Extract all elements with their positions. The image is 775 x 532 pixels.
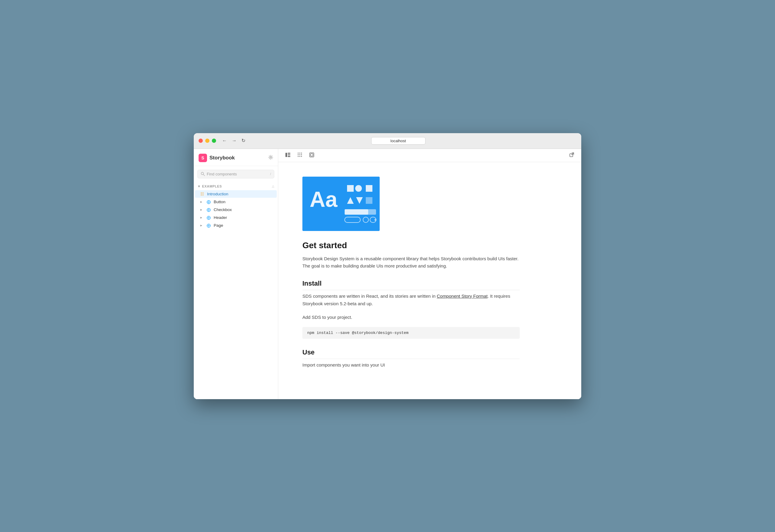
component-icon: ⨁ bbox=[206, 207, 211, 212]
main-content: Aa bbox=[278, 162, 581, 399]
chevron-right-icon: ► bbox=[200, 200, 203, 203]
use-heading: Use bbox=[302, 349, 520, 359]
svg-rect-22 bbox=[347, 185, 354, 192]
grid-toggle-button[interactable] bbox=[295, 151, 304, 160]
svg-point-13 bbox=[298, 156, 299, 157]
search-input[interactable] bbox=[207, 172, 268, 176]
sidebar-icon bbox=[285, 153, 290, 157]
section-collapse-icon: △ bbox=[272, 184, 274, 188]
expand-icon bbox=[309, 152, 314, 157]
sidebar-item-introduction[interactable]: ☷ Introduction bbox=[195, 190, 277, 198]
content-area: Aa bbox=[278, 149, 581, 399]
chevron-right-icon: ► bbox=[200, 216, 203, 219]
svg-point-23 bbox=[355, 185, 362, 192]
app-body: S Storybook / bbox=[194, 149, 581, 399]
app-window: ← → ↻ localhost S Storybook bbox=[194, 133, 581, 399]
svg-line-2 bbox=[203, 174, 205, 176]
storybook-logo-icon: S bbox=[198, 154, 207, 162]
install-heading: Install bbox=[302, 280, 520, 290]
svg-point-9 bbox=[301, 153, 302, 154]
toolbar-right-area bbox=[567, 151, 577, 160]
traffic-lights bbox=[198, 138, 216, 143]
hero-svg: Aa bbox=[302, 177, 379, 231]
logo-area: S Storybook bbox=[198, 154, 235, 162]
search-shortcut: / bbox=[270, 172, 271, 176]
grid-icon bbox=[297, 152, 302, 157]
svg-point-8 bbox=[299, 153, 300, 154]
svg-point-11 bbox=[299, 154, 300, 155]
svg-rect-5 bbox=[287, 154, 290, 155]
minimize-button[interactable] bbox=[205, 138, 209, 143]
sidebar: S Storybook / bbox=[194, 149, 278, 399]
intro-paragraph: Storybook Design System is a reusable co… bbox=[302, 255, 520, 270]
component-icon: ⨁ bbox=[206, 199, 211, 204]
doc-icon: ☷ bbox=[200, 192, 205, 196]
sidebar-item-page[interactable]: ► ⨁ Page bbox=[195, 221, 277, 229]
svg-point-10 bbox=[298, 154, 299, 155]
csf-link[interactable]: Component Story Format bbox=[437, 294, 488, 299]
storybook-logo-text: Storybook bbox=[209, 155, 235, 161]
search-icon bbox=[201, 172, 205, 176]
install-paragraph-1: SDS components are written in React, and… bbox=[302, 293, 520, 308]
sidebar-item-checkbox[interactable]: ► ⨁ Checkbox bbox=[195, 206, 277, 213]
svg-rect-24 bbox=[366, 185, 372, 192]
refresh-button[interactable]: ↻ bbox=[240, 138, 246, 144]
svg-marker-27 bbox=[366, 197, 372, 204]
svg-rect-29 bbox=[344, 209, 368, 215]
svg-point-0 bbox=[270, 156, 271, 158]
svg-rect-4 bbox=[287, 153, 290, 154]
svg-rect-6 bbox=[287, 156, 290, 157]
close-button[interactable] bbox=[198, 138, 203, 143]
svg-rect-3 bbox=[285, 153, 287, 157]
svg-point-1 bbox=[201, 172, 204, 175]
back-button[interactable]: ← bbox=[221, 138, 228, 144]
sidebar-toggle-button[interactable] bbox=[283, 151, 293, 160]
svg-rect-17 bbox=[310, 154, 313, 156]
titlebar: ← → ↻ localhost bbox=[194, 133, 581, 149]
nav-buttons: ← → ↻ bbox=[221, 138, 246, 144]
search-bar[interactable]: / bbox=[197, 170, 274, 178]
forward-button[interactable]: → bbox=[230, 138, 238, 144]
external-link-button[interactable] bbox=[567, 151, 577, 160]
address-bar: localhost bbox=[250, 137, 546, 145]
use-paragraph: Import components you want into your UI bbox=[302, 362, 520, 369]
get-started-heading: Get started bbox=[302, 240, 557, 250]
sidebar-item-button[interactable]: ► ⨁ Button bbox=[195, 198, 277, 205]
examples-section: ▼ EXAMPLES △ ☷ Introduction ► ⨁ Button bbox=[194, 181, 278, 232]
maximize-button[interactable] bbox=[212, 138, 216, 143]
url-display[interactable]: localhost bbox=[371, 137, 426, 145]
toolbar bbox=[278, 149, 581, 162]
chevron-right-icon: ► bbox=[200, 224, 203, 227]
install-paragraph-2: Add SDS to your project. bbox=[302, 314, 520, 321]
section-title: ▼ EXAMPLES bbox=[197, 184, 222, 188]
install-code: npm install --save @storybook/design-sys… bbox=[307, 331, 408, 335]
expand-button[interactable] bbox=[307, 151, 316, 160]
install-code-block: npm install --save @storybook/design-sys… bbox=[302, 327, 520, 339]
svg-point-7 bbox=[298, 153, 299, 154]
external-link-icon bbox=[570, 152, 574, 157]
chevron-right-icon: ► bbox=[200, 208, 203, 211]
component-icon: ⨁ bbox=[206, 223, 211, 228]
section-collapse-chevron: ▼ bbox=[197, 184, 201, 188]
hero-image: Aa bbox=[302, 177, 379, 231]
svg-text:Aa: Aa bbox=[310, 187, 338, 211]
sidebar-item-header[interactable]: ► ⨁ Header bbox=[195, 214, 277, 221]
svg-point-15 bbox=[301, 156, 302, 157]
sidebar-header: S Storybook bbox=[194, 149, 278, 166]
settings-button[interactable] bbox=[268, 155, 273, 161]
svg-point-12 bbox=[301, 154, 302, 155]
svg-rect-16 bbox=[310, 153, 314, 157]
component-icon: ⨁ bbox=[206, 215, 211, 220]
examples-section-header[interactable]: ▼ EXAMPLES △ bbox=[194, 183, 278, 190]
gear-icon bbox=[268, 155, 273, 160]
svg-point-14 bbox=[299, 156, 300, 157]
